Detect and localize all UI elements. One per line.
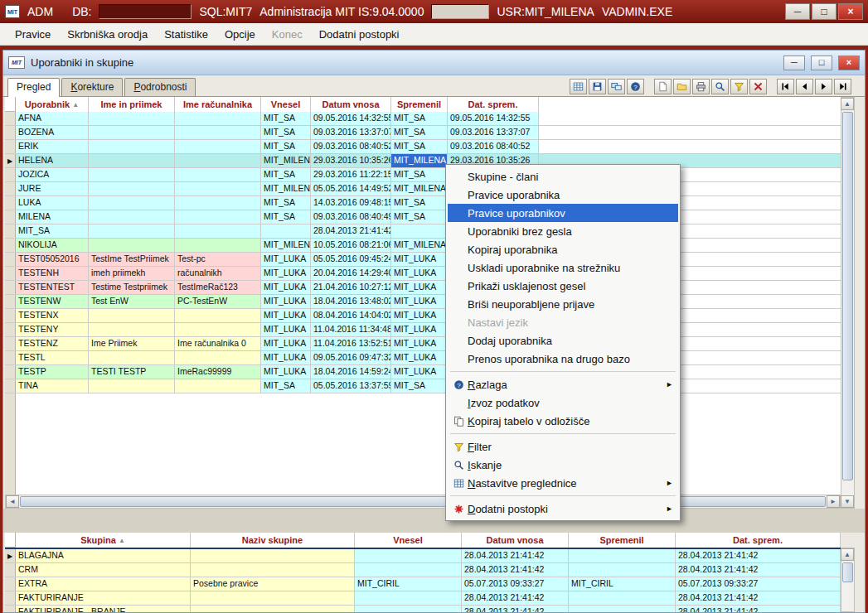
tab-pregled[interactable]: Pregled — [7, 78, 60, 97]
monitors-icon[interactable] — [608, 79, 625, 94]
cell[interactable]: MIT_SA — [391, 210, 448, 224]
cell[interactable]: MIT_MILENA — [261, 154, 311, 167]
cell[interactable]: MIT_SA — [391, 168, 448, 181]
cell[interactable]: Posebne pravice — [191, 577, 355, 591]
cell[interactable]: MIT_LUKA — [261, 295, 311, 308]
cell[interactable]: MIT_SA — [391, 379, 448, 393]
cell[interactable] — [175, 210, 261, 224]
row-selector[interactable] — [5, 309, 16, 322]
row-selector[interactable] — [5, 224, 16, 238]
cell[interactable]: 05.07.2013 09:33:27 — [676, 577, 841, 591]
cell[interactable]: MIT_LUKA — [261, 309, 311, 322]
cell[interactable]: MILENA — [16, 210, 89, 224]
cell[interactable]: TestImeRač123 — [175, 281, 261, 294]
cell[interactable]: MIT_LUKA — [391, 365, 448, 379]
open-folder-icon[interactable] — [673, 79, 691, 94]
print-icon[interactable] — [692, 79, 710, 94]
cell[interactable] — [175, 154, 261, 167]
row-selector[interactable] — [5, 337, 16, 350]
cell[interactable] — [175, 239, 261, 252]
menu-item-pravice-uporabnikov[interactable]: Pravice uporabnikov — [448, 204, 678, 222]
cell[interactable] — [175, 309, 261, 322]
cell[interactable]: PC-TestEnW — [175, 295, 261, 308]
cell[interactable]: HELENA — [16, 154, 89, 167]
menu-item-filter[interactable]: Filter — [448, 437, 678, 456]
row-selector[interactable] — [5, 563, 16, 577]
cell[interactable]: 05.07.2013 09:33:27 — [462, 577, 569, 591]
scroll-down-icon[interactable]: ▼ — [841, 495, 854, 508]
db-input[interactable] — [99, 4, 192, 19]
cell[interactable]: MIT_SA — [261, 210, 311, 224]
cell[interactable] — [191, 563, 355, 577]
cell[interactable] — [175, 126, 261, 139]
menu-item-kopiraj-uporabnika[interactable]: Kopiraj uporabnika — [448, 240, 678, 258]
cell[interactable]: MIT_LUKA — [261, 323, 311, 336]
cell[interactable] — [89, 196, 175, 210]
cell[interactable] — [175, 182, 261, 195]
cell[interactable]: računalnikh — [175, 267, 261, 280]
cell[interactable] — [191, 591, 355, 605]
cell[interactable]: 05.05.2016 13:37:59 — [311, 379, 391, 393]
menu-item-uskladi-uporabnike-na-stre-niku[interactable]: Uskladi uporabnike na strežniku — [448, 258, 678, 277]
cell[interactable]: 09.03.2016 13:37:07 — [311, 126, 391, 139]
cell[interactable]: JOZICA — [16, 168, 89, 181]
cell[interactable]: MIT_LUKA — [391, 323, 448, 336]
cell[interactable]: 28.04.2013 21:41:42 — [676, 606, 841, 612]
cell[interactable]: MIT_SA — [261, 112, 311, 125]
cell[interactable] — [89, 126, 175, 139]
cell[interactable]: TESTENTEST — [16, 281, 89, 294]
cell[interactable]: 10.05.2016 08:21:06 — [311, 239, 391, 252]
cell[interactable]: LUKA — [16, 196, 89, 210]
menu-item-kopiraj-tabelo-v-odlo-i-e[interactable]: Kopiraj tabelo v odložišče — [448, 412, 678, 430]
row-selector[interactable] — [5, 253, 16, 266]
cell[interactable] — [569, 549, 676, 562]
column-header-vnesel[interactable]: Vnesel — [355, 533, 462, 548]
cell[interactable]: 09.05.2016 14:32:55 — [311, 112, 391, 125]
menu-item-skupine-lani[interactable]: Skupine - člani — [448, 167, 678, 186]
groups-scroll-up-icon[interactable]: ▲ — [841, 548, 854, 561]
row-selector[interactable] — [5, 577, 16, 591]
cell[interactable] — [89, 309, 175, 322]
cell[interactable]: TestIme TestPriimek — [89, 253, 175, 266]
menu-item-pravice-uporabnika[interactable]: Pravice uporabnika — [448, 186, 678, 204]
tab-podrobnosti[interactable]: Podrobnosti — [124, 78, 196, 96]
cell[interactable]: 28.04.2013 21:41:42 — [462, 606, 569, 612]
cell[interactable] — [355, 606, 462, 612]
cell[interactable]: 05.05.2016 09:45:24 — [311, 253, 391, 266]
cell[interactable]: 28.04.2013 21:41:42 — [676, 549, 841, 562]
menubar-item-opcije[interactable]: Opcije — [216, 24, 264, 45]
cell[interactable]: TINA — [16, 379, 89, 393]
cell[interactable]: 09.03.2016 08:40:52 — [448, 140, 539, 153]
cell[interactable] — [569, 606, 676, 612]
cell[interactable]: MIT_MILENA — [261, 182, 311, 195]
scroll-right-icon[interactable]: ► — [827, 495, 840, 508]
menu-item-razlaga[interactable]: ?Razlaga► — [448, 375, 678, 393]
cell[interactable]: MIT_MILENA — [391, 154, 448, 167]
menubar-item-dodatni-postopki[interactable]: Dodatni postopki — [311, 24, 408, 45]
cell[interactable]: MIT_LUKA — [261, 337, 311, 350]
cell[interactable] — [89, 168, 175, 181]
row-selector[interactable] — [5, 365, 16, 379]
scroll-up-icon[interactable]: ▲ — [841, 98, 854, 110]
row-selector[interactable] — [5, 140, 16, 153]
version-input[interactable] — [431, 4, 489, 19]
cell[interactable] — [175, 168, 261, 181]
cell[interactable]: MIT_SA — [391, 196, 448, 210]
cell[interactable] — [89, 154, 175, 167]
row-selector[interactable] — [5, 323, 16, 336]
menubar-item-skrbni-ka-orodja[interactable]: Skrbniška orodja — [59, 24, 156, 45]
nav-first-icon[interactable] — [777, 79, 794, 94]
cell[interactable] — [89, 379, 175, 393]
cell[interactable]: Test-pc — [175, 253, 261, 266]
cell[interactable]: MIT_SA — [261, 168, 311, 181]
column-header-dat-sprem[interactable]: Dat. sprem. — [448, 97, 539, 112]
cell[interactable] — [89, 351, 175, 364]
row-selector[interactable] — [5, 168, 16, 181]
column-header-vnesel[interactable]: Vnesel — [261, 97, 311, 112]
cell[interactable]: 08.04.2016 14:04:02 — [311, 309, 391, 322]
cell[interactable]: MIT_CIRIL — [569, 577, 676, 591]
cell[interactable]: 28.04.2013 21:41:42 — [462, 549, 569, 562]
cell[interactable]: MIT_SA — [391, 126, 448, 139]
cell[interactable]: ImeRac99999 — [175, 365, 261, 379]
cell[interactable]: TEST05052016 — [16, 253, 89, 266]
